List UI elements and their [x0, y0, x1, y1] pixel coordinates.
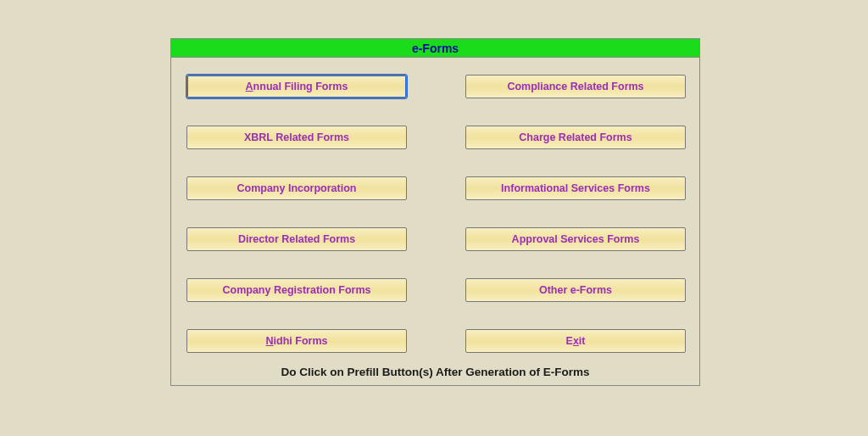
xbrl-related-forms-button[interactable]: XBRL Related Forms	[186, 126, 407, 149]
eforms-panel: e-Forms Annual Filing Forms Compliance R…	[170, 38, 700, 386]
informational-services-forms-button[interactable]: Informational Services Forms	[465, 176, 686, 200]
button-row: Company Incorporation Informational Serv…	[186, 176, 686, 200]
exit-button[interactable]: Exit	[465, 329, 686, 353]
annual-filing-forms-button[interactable]: Annual Filing Forms	[186, 75, 407, 98]
button-row: XBRL Related Forms Charge Related Forms	[186, 126, 686, 149]
compliance-related-forms-button[interactable]: Compliance Related Forms	[465, 75, 686, 98]
other-eforms-button[interactable]: Other e-Forms	[465, 278, 686, 302]
footer-instruction: Do Click on Prefill Button(s) After Gene…	[171, 366, 699, 378]
panel-title: e-Forms	[171, 39, 699, 58]
button-row: Annual Filing Forms Compliance Related F…	[186, 75, 686, 98]
button-grid: Annual Filing Forms Compliance Related F…	[186, 75, 686, 380]
company-registration-forms-button[interactable]: Company Registration Forms	[186, 278, 407, 302]
director-related-forms-button[interactable]: Director Related Forms	[186, 227, 407, 251]
charge-related-forms-button[interactable]: Charge Related Forms	[465, 126, 686, 149]
company-incorporation-button[interactable]: Company Incorporation	[186, 176, 407, 200]
button-row: Nidhi Forms Exit	[186, 329, 686, 353]
button-row: Company Registration Forms Other e-Forms	[186, 278, 686, 302]
nidhi-forms-button[interactable]: Nidhi Forms	[186, 329, 407, 353]
button-row: Director Related Forms Approval Services…	[186, 227, 686, 251]
approval-services-forms-button[interactable]: Approval Services Forms	[465, 227, 686, 251]
